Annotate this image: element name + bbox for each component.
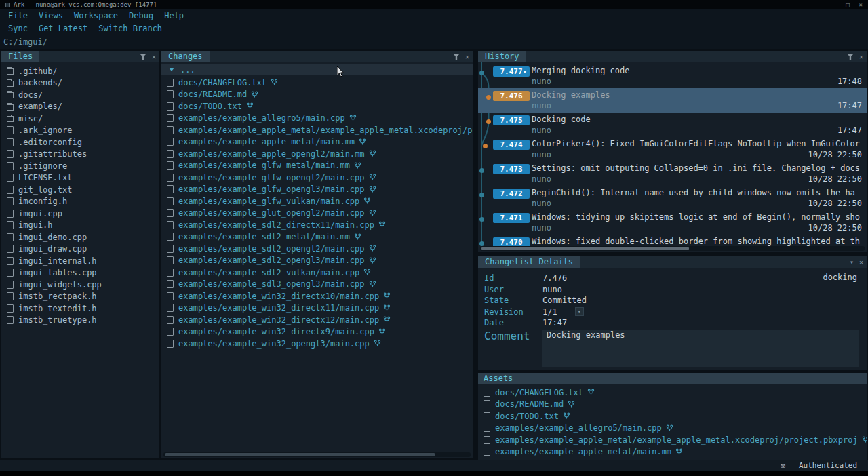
comment-textarea[interactable]: Docking examples <box>542 330 859 367</box>
file-tree-item[interactable]: imconfig.h <box>1 196 159 208</box>
changed-file-row[interactable]: examples/example_sdl2_metal/main.mm <box>161 231 473 243</box>
commit-row[interactable]: 7.476 Docking examples nuno 17:47 <box>478 88 867 113</box>
close-panel-icon[interactable]: ✕ <box>859 259 863 266</box>
asset-file-row[interactable]: examples/example_allegro5/main.cpp <box>478 422 867 435</box>
menu-item[interactable]: Workspace <box>68 9 123 22</box>
changed-file-row[interactable]: examples/example_sdl2_vulkan/main.cpp <box>161 266 473 279</box>
file-tree-item[interactable]: imgui_demo.cpp <box>1 231 159 243</box>
changed-file-row[interactable]: examples/example_apple_opengl2/main.mm <box>161 148 473 160</box>
changed-file-row[interactable]: examples/example_sdl3_opengl3/main.cpp <box>161 279 473 291</box>
changed-file-row[interactable]: examples/example_win32_directx12/main.cp… <box>161 314 473 326</box>
commit-id-badge[interactable]: 7.477 <box>493 66 530 77</box>
menu-item[interactable]: Help <box>159 9 189 22</box>
changed-file-row[interactable]: examples/example_win32_directx11/main.cp… <box>161 302 473 315</box>
file-tree-item[interactable]: imgui_widgets.cpp <box>1 279 159 291</box>
file-tree-item[interactable]: .gitattributes <box>1 148 159 161</box>
maximize-button[interactable]: □ <box>846 0 849 9</box>
changed-file-row[interactable]: examples/example_sdl2_opengl3/main.cpp <box>161 255 473 267</box>
commit-id-badge[interactable]: 7.474 <box>493 140 530 150</box>
changed-file-row[interactable]: examples/example_glfw_opengl2/main.cpp <box>161 172 473 184</box>
file-icon <box>7 257 14 265</box>
filter-icon[interactable] <box>453 54 460 60</box>
changed-file-row[interactable]: examples/example_glut_opengl2/main.cpp <box>161 207 473 220</box>
commit-id-badge[interactable]: 7.471 <box>493 213 530 223</box>
file-tree-item[interactable]: imgui_internal.h <box>1 255 159 267</box>
changed-file-path: examples/example_glfw_metal/main.mm <box>178 161 350 170</box>
mail-icon[interactable]: ✉ <box>781 461 785 470</box>
changed-file-row[interactable]: examples/example_sdl2_directx11/main.cpp <box>161 219 473 231</box>
file-tree-item[interactable]: backends/ <box>1 77 159 90</box>
toolbar-button[interactable]: Get Latest <box>33 22 93 35</box>
changes-root-row[interactable]: ... <box>161 64 473 75</box>
commit-id-badge[interactable]: 7.472 <box>493 189 530 199</box>
commit-id-badge[interactable]: 7.470 <box>493 237 530 247</box>
toolbar-button[interactable]: Switch Branch <box>93 22 167 35</box>
changed-file-row[interactable]: examples/example_glfw_vulkan/main.cpp <box>161 195 473 207</box>
file-tree-item[interactable]: .editorconfig <box>1 136 159 148</box>
commit-id-badge[interactable]: 7.475 <box>493 115 530 125</box>
minimize-button[interactable]: – <box>833 0 836 9</box>
file-tree-item[interactable]: git_log.txt <box>1 184 159 196</box>
changed-file-path: docs/TODO.txt <box>178 102 242 111</box>
file-tree-item[interactable]: imgui.cpp <box>1 207 159 220</box>
commit-row[interactable]: 7.470 Windows: fixed double-clicked bord… <box>478 235 867 247</box>
file-tree-item[interactable]: examples/ <box>1 101 159 113</box>
changed-file-row[interactable]: docs/README.md <box>161 89 473 101</box>
expander-icon[interactable] <box>169 68 174 71</box>
changed-file-row[interactable]: docs/TODO.txt <box>161 100 473 113</box>
commit-row[interactable]: 7.471 Windows: tidying up skipitems logi… <box>478 210 867 235</box>
file-tree-item[interactable]: imgui_tables.cpp <box>1 267 159 279</box>
file-tree-item[interactable]: imgui.h <box>1 220 159 232</box>
commit-row[interactable]: 7.477 Merging docking code nuno 17:48 <box>478 64 867 88</box>
filter-icon[interactable] <box>847 54 854 60</box>
changed-file-row[interactable]: examples/example_glfw_metal/main.mm <box>161 160 473 172</box>
toolbar-button[interactable]: Sync <box>3 22 33 35</box>
changed-file-row[interactable]: examples/example_sdl2_opengl2/main.cpp <box>161 243 473 255</box>
file-tree-item[interactable]: docs/ <box>1 89 159 101</box>
changed-file-row[interactable]: examples/example_allegro5/main.cpp <box>161 113 473 125</box>
close-button[interactable]: ✕ <box>859 0 863 9</box>
file-tree-item[interactable]: imstb_rectpack.h <box>1 291 159 303</box>
revision-dropdown[interactable]: 1/1 ▾ <box>542 307 584 317</box>
close-panel-icon[interactable]: ✕ <box>152 54 156 60</box>
commit-row[interactable]: 7.472 BeginChild(): Internal name used b… <box>478 186 867 210</box>
file-tree-item[interactable]: misc/ <box>1 113 159 125</box>
asset-file-row[interactable]: docs/README.md <box>478 399 867 411</box>
close-panel-icon[interactable]: ✕ <box>859 54 863 60</box>
commit-id-badge[interactable]: 7.473 <box>493 164 530 174</box>
close-panel-icon[interactable]: ✕ <box>465 54 469 60</box>
file-tree-item[interactable]: imgui_draw.cpp <box>1 243 159 256</box>
changed-file-row[interactable]: docs/CHANGELOG.txt <box>161 77 473 89</box>
file-tree-item[interactable]: LICENSE.txt <box>1 172 159 184</box>
window-title: Ark - nuno@ark-vcs.com:Omega:dev [1477] <box>14 0 157 9</box>
file-icon <box>7 210 14 218</box>
changed-file-row[interactable]: examples/example_apple_metal/main.mm <box>161 136 473 148</box>
chevron-down-icon[interactable]: ▾ <box>850 259 854 266</box>
scrollbar-thumb[interactable] <box>165 453 435 456</box>
menu-item[interactable]: Views <box>33 9 68 22</box>
file-tree-item[interactable]: .ark_ignore <box>1 125 159 137</box>
changed-file-row[interactable]: examples/example_win32_directx10/main.cp… <box>161 290 473 302</box>
asset-file-row[interactable]: docs/TODO.txt <box>478 410 867 422</box>
commit-id-badge[interactable]: 7.476 <box>493 91 530 101</box>
menu-item[interactable]: File <box>3 9 33 22</box>
filter-icon[interactable] <box>140 54 146 60</box>
commit-row[interactable]: 7.475 Docking code nuno 17:47 <box>478 113 867 137</box>
branch-icon <box>246 102 254 110</box>
scrollbar-thumb[interactable] <box>481 247 689 250</box>
dropdown-arrow-icon[interactable]: ▾ <box>575 307 584 316</box>
commit-row[interactable]: 7.473 Settings: omit outputing Collapsed… <box>478 161 867 186</box>
file-tree-item[interactable]: imstb_textedit.h <box>1 302 159 315</box>
changed-file-row[interactable]: examples/example_apple_metal/example_app… <box>161 124 473 136</box>
changed-file-row[interactable]: examples/example_win32_opengl3/main.cpp <box>161 338 473 350</box>
asset-file-row[interactable]: docs/CHANGELOG.txt <box>478 386 867 399</box>
file-tree-item[interactable]: imstb_truetype.h <box>1 315 159 327</box>
file-tree-item[interactable]: .gitignore <box>1 160 159 172</box>
file-tree-item[interactable]: .github/ <box>1 65 159 77</box>
asset-file-row[interactable]: examples/example_apple_metal/main.mm <box>478 446 867 458</box>
menu-item[interactable]: Debug <box>123 9 159 22</box>
changed-file-row[interactable]: examples/example_win32_directx9/main.cpp <box>161 326 473 338</box>
changed-file-row[interactable]: examples/example_glfw_opengl3/main.cpp <box>161 184 473 196</box>
commit-row[interactable]: 7.474 ColorPicker4(): Fixed ImGuiColorEd… <box>478 137 867 161</box>
asset-file-row[interactable]: examples/example_apple_metal/example_app… <box>478 434 867 446</box>
